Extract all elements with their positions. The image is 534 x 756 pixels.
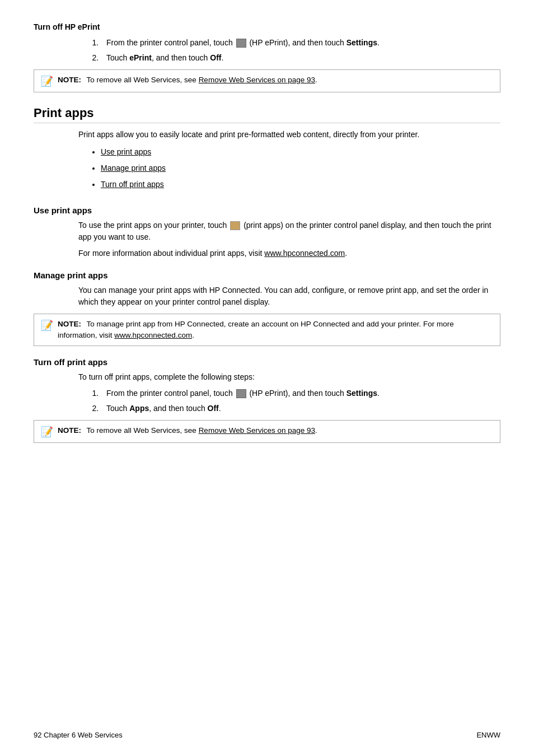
note-icon-2: 📝 xyxy=(41,319,53,332)
turn-off-step1-start: From the printer control panel, touch xyxy=(106,389,233,398)
print-apps-description: Print apps allow you to easily locate an… xyxy=(78,129,500,141)
turn-off-step1-mid: (HP ePrint), and then touch xyxy=(249,389,344,398)
manage-print-apps-content: You can manage your print apps with HP C… xyxy=(78,284,500,308)
manage-print-apps-heading: Manage print apps xyxy=(34,270,500,280)
turn-off-hp-eprint-heading: Turn off HP ePrint xyxy=(34,22,500,31)
manage-print-apps-note-text: NOTE: To manage print app from HP Connec… xyxy=(58,319,493,342)
turn-off-step2-end: . xyxy=(219,404,221,413)
print-apps-bullets: Use print apps Manage print apps Turn of… xyxy=(101,145,500,192)
manage-print-apps-note: 📝 NOTE: To manage print app from HP Conn… xyxy=(34,314,500,347)
hp-eprint-step-1: From the printer control panel, touch (H… xyxy=(101,37,500,49)
step1-bold: Settings xyxy=(346,38,377,47)
turn-off-step1-bold: Settings xyxy=(346,389,377,398)
print-apps-content: Print apps allow you to easily locate an… xyxy=(78,129,500,192)
note-end-2: . xyxy=(192,331,194,339)
turn-off-print-apps-heading: Turn off print apps xyxy=(34,357,500,367)
note-body-1: To remove all Web Services, see xyxy=(87,76,196,84)
step1-text-mid: (HP ePrint), and then touch xyxy=(249,38,344,47)
use-para1-start: To use the print apps on your printer, t… xyxy=(78,221,227,230)
note-link-3[interactable]: Remove Web Services on page 93 xyxy=(199,426,315,435)
turn-off-print-apps-note: 📝 NOTE: To remove all Web Services, see … xyxy=(34,420,500,443)
page-content: Turn off HP ePrint From the printer cont… xyxy=(34,22,500,443)
hp-eprint-note-text: NOTE: To remove all Web Services, see Re… xyxy=(58,74,317,86)
turn-off-print-apps-note-text: NOTE: To remove all Web Services, see Re… xyxy=(58,425,317,436)
use-print-apps-link[interactable]: Use print apps xyxy=(101,147,151,156)
use-para2-start: For more information about individual pr… xyxy=(78,249,262,258)
step1-text-start: From the printer control panel, touch xyxy=(106,38,233,47)
note-end-3: . xyxy=(315,426,317,435)
turn-off-step2-start: Touch xyxy=(106,404,127,413)
eprint-icon-1 xyxy=(236,39,246,48)
footer-right: ENWW xyxy=(476,731,500,739)
use-print-apps-section: Use print apps To use the print apps on … xyxy=(34,206,500,259)
print-apps-heading: Print apps xyxy=(34,106,500,123)
hp-eprint-step-2: Touch ePrint, and then touch Off. xyxy=(101,52,500,64)
use-para2-end: . xyxy=(345,249,347,258)
turn-off-step-2: Touch Apps, and then touch Off. xyxy=(101,403,500,414)
step2-end: . xyxy=(221,53,223,62)
bullet-manage-print-apps: Manage print apps xyxy=(101,161,500,175)
note-body-3: To remove all Web Services, see xyxy=(87,426,196,435)
hp-eprint-note: 📝 NOTE: To remove all Web Services, see … xyxy=(34,69,500,92)
bullet-use-print-apps: Use print apps xyxy=(101,145,500,159)
turn-off-hp-eprint-section: Turn off HP ePrint From the printer cont… xyxy=(34,22,500,92)
note-icon-3: 📝 xyxy=(41,426,53,438)
step1-end: . xyxy=(377,38,380,47)
manage-print-apps-link[interactable]: Manage print apps xyxy=(101,164,166,172)
use-print-apps-heading: Use print apps xyxy=(34,206,500,215)
print-apps-icon xyxy=(230,221,240,230)
turn-off-step2-mid: , and then touch xyxy=(149,404,205,413)
manage-print-apps-para1: You can manage your print apps with HP C… xyxy=(78,284,500,308)
turn-off-print-apps-link[interactable]: Turn off print apps xyxy=(101,180,164,189)
turn-off-intro: To turn off print apps, complete the fol… xyxy=(78,371,500,383)
bullet-turn-off-print-apps: Turn off print apps xyxy=(101,178,500,192)
note-end-1: . xyxy=(315,76,317,84)
page-footer: 92 Chapter 6 Web Services ENWW xyxy=(34,731,500,739)
eprint-icon-2 xyxy=(236,389,246,398)
note-label-2: NOTE: xyxy=(58,320,81,328)
print-apps-section: Print apps Print apps allow you to easil… xyxy=(34,106,500,192)
turn-off-step2-bold1: Apps xyxy=(129,404,149,413)
step2-bold1: ePrint xyxy=(129,53,152,62)
turn-off-step1-end: . xyxy=(377,389,380,398)
step2-bold2: Off xyxy=(210,53,221,62)
use-print-apps-para2: For more information about individual pr… xyxy=(78,248,500,259)
use-print-apps-para1: To use the print apps on your printer, t… xyxy=(78,220,500,243)
note-icon-1: 📝 xyxy=(41,75,53,87)
note-label-3: NOTE: xyxy=(58,426,81,435)
step2-text-start: Touch xyxy=(106,53,127,62)
turn-off-step2-bold2: Off xyxy=(208,404,219,413)
hpconnected-link-2[interactable]: www.hpconnected.com xyxy=(114,331,192,339)
use-print-apps-content: To use the print apps on your printer, t… xyxy=(78,220,500,259)
step2-mid: , and then touch xyxy=(152,53,208,62)
turn-off-hp-eprint-steps: From the printer control panel, touch (H… xyxy=(78,37,500,64)
turn-off-print-apps-content: To turn off print apps, complete the fol… xyxy=(78,371,500,414)
manage-print-apps-section: Manage print apps You can manage your pr… xyxy=(34,270,500,347)
note-label-1: NOTE: xyxy=(58,76,81,84)
hp-eprint-steps-list: From the printer control panel, touch (H… xyxy=(101,37,500,64)
turn-off-print-apps-steps-list: From the printer control panel, touch (H… xyxy=(101,388,500,414)
note-link-1[interactable]: Remove Web Services on page 93 xyxy=(199,76,315,84)
turn-off-print-apps-section: Turn off print apps To turn off print ap… xyxy=(34,357,500,443)
turn-off-step-1: From the printer control panel, touch (H… xyxy=(101,388,500,399)
hpconnected-link-1[interactable]: www.hpconnected.com xyxy=(264,249,345,258)
footer-left: 92 Chapter 6 Web Services xyxy=(34,731,123,739)
